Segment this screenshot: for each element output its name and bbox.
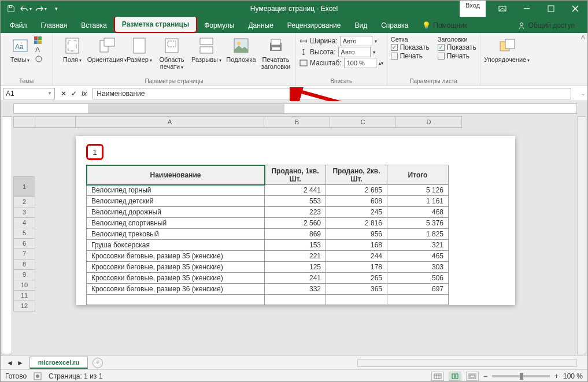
table-cell[interactable]: Велосипед горный bbox=[87, 185, 265, 196]
theme-fonts-button[interactable]: A bbox=[34, 46, 45, 54]
table-header-name[interactable]: Наименование bbox=[87, 165, 265, 185]
table-cell[interactable]: Кроссовки беговые, размер 36 (женские) bbox=[87, 284, 265, 295]
share-button[interactable]: Общий доступ bbox=[511, 18, 582, 33]
printtitles-button[interactable]: Печатать заголовки bbox=[260, 35, 292, 71]
table-cell[interactable] bbox=[387, 295, 449, 305]
qat-customize[interactable]: ▾ bbox=[49, 2, 63, 16]
table-cell[interactable]: 125 bbox=[265, 262, 326, 273]
table-cell[interactable]: 168 bbox=[326, 240, 387, 251]
row-header[interactable]: 1 bbox=[13, 176, 35, 197]
table-cell[interactable]: Велосипед детский bbox=[87, 196, 265, 207]
table-cell[interactable]: 2 816 bbox=[326, 218, 387, 229]
tab-data[interactable]: Данные bbox=[241, 18, 280, 33]
themes-button[interactable]: Aa Темы bbox=[9, 35, 32, 65]
table-cell[interactable]: 1 825 bbox=[387, 229, 449, 240]
scale-width-input[interactable] bbox=[340, 36, 372, 46]
tab-home[interactable]: Главная bbox=[34, 18, 75, 33]
col-header-A[interactable]: A bbox=[76, 116, 264, 128]
sheet-tab[interactable]: microexcel.ru bbox=[29, 357, 88, 369]
printarea-button[interactable]: Область печати bbox=[156, 35, 188, 72]
add-sheet-button[interactable]: + bbox=[93, 358, 103, 368]
view-pagelayout-icon[interactable] bbox=[449, 372, 461, 381]
zoom-slider[interactable] bbox=[492, 375, 550, 377]
gridlines-show-checkbox[interactable]: ✓ bbox=[391, 44, 398, 51]
table-cell[interactable]: Велосипед спортивный bbox=[87, 218, 265, 229]
close-button[interactable] bbox=[563, 1, 587, 17]
table-cell[interactable]: 2 685 bbox=[326, 185, 387, 196]
table-cell[interactable]: 2 560 bbox=[265, 218, 326, 229]
table-cell[interactable]: 608 bbox=[326, 196, 387, 207]
select-all-corner[interactable] bbox=[13, 116, 35, 128]
table-cell[interactable]: 1 161 bbox=[387, 196, 449, 207]
table-cell[interactable]: 244 bbox=[326, 251, 387, 262]
table-cell[interactable]: 303 bbox=[387, 262, 449, 273]
table-cell[interactable]: Кроссовки беговые, размер 35 (женские) bbox=[87, 273, 265, 284]
formula-bar[interactable]: Наименование bbox=[93, 88, 571, 99]
sheet-nav-prev[interactable]: ◄ bbox=[6, 359, 13, 367]
headings-show-checkbox[interactable]: ✓ bbox=[438, 44, 445, 51]
theme-effects-button[interactable] bbox=[34, 55, 45, 63]
row-header[interactable]: 4 bbox=[13, 218, 35, 228]
col-header-B[interactable]: B bbox=[264, 116, 330, 128]
table-cell[interactable]: Кроссовки беговые, размер 35 (женские) bbox=[87, 262, 265, 273]
margins-button[interactable]: Поля bbox=[56, 35, 88, 65]
row-header[interactable]: 9 bbox=[13, 270, 35, 280]
table-cell[interactable]: 5 376 bbox=[387, 218, 449, 229]
scale-percent-input[interactable] bbox=[344, 58, 376, 68]
tab-help[interactable]: Справка bbox=[374, 18, 415, 33]
table-cell[interactable]: 178 bbox=[326, 262, 387, 273]
tab-formulas[interactable]: Формулы bbox=[197, 18, 241, 33]
table-cell[interactable]: 321 bbox=[387, 240, 449, 251]
breaks-button[interactable]: Разрывы bbox=[190, 35, 223, 65]
table-cell[interactable]: 697 bbox=[387, 284, 449, 295]
enter-formula-icon[interactable]: ✓ bbox=[71, 90, 77, 98]
save-button[interactable] bbox=[4, 2, 18, 16]
zoom-value[interactable]: 100 % bbox=[563, 372, 583, 380]
table-cell[interactable]: Велосипед трековый bbox=[87, 229, 265, 240]
redo-button[interactable] bbox=[34, 2, 48, 16]
undo-button[interactable] bbox=[19, 2, 33, 16]
tab-pagelayout[interactable]: Разметка страницы bbox=[114, 16, 197, 33]
gridlines-print-checkbox[interactable] bbox=[391, 53, 398, 60]
tab-insert[interactable]: Вставка bbox=[74, 18, 114, 33]
table-cell[interactable]: 241 bbox=[265, 273, 326, 284]
zoom-in-button[interactable]: + bbox=[554, 372, 559, 380]
table-cell[interactable]: 468 bbox=[387, 207, 449, 218]
table-cell[interactable]: 2 441 bbox=[265, 185, 326, 196]
row-header[interactable]: 8 bbox=[13, 259, 35, 270]
table-cell[interactable]: 245 bbox=[326, 207, 387, 218]
scale-height-input[interactable] bbox=[338, 47, 371, 57]
row-header[interactable]: 5 bbox=[13, 228, 35, 239]
row-header[interactable]: 3 bbox=[13, 207, 35, 218]
name-box[interactable]: A1▼ bbox=[3, 88, 55, 99]
expand-formula-icon[interactable]: ⌄ bbox=[579, 91, 587, 97]
minimize-button[interactable] bbox=[515, 1, 539, 17]
table-cell[interactable]: 465 bbox=[387, 251, 449, 262]
col-header-D[interactable]: D bbox=[396, 116, 462, 128]
collapse-ribbon-icon[interactable]: ᐱ bbox=[581, 34, 585, 40]
table-header-q1[interactable]: Продано, 1кв. Шт. bbox=[265, 165, 326, 185]
table-cell[interactable]: 223 bbox=[265, 207, 326, 218]
table-cell[interactable]: 265 bbox=[326, 273, 387, 284]
row-header[interactable]: 11 bbox=[13, 291, 35, 301]
tab-file[interactable]: Файл bbox=[3, 18, 34, 33]
tab-view[interactable]: Вид bbox=[347, 18, 374, 33]
col-header-C[interactable]: C bbox=[330, 116, 396, 128]
row-header[interactable]: 10 bbox=[13, 280, 35, 291]
view-normal-icon[interactable] bbox=[431, 372, 444, 381]
zoom-out-button[interactable]: − bbox=[483, 372, 487, 380]
row-header[interactable]: 2 bbox=[13, 197, 35, 207]
table-header-q2[interactable]: Продано, 2кв. Шт. bbox=[326, 165, 387, 185]
table-cell[interactable]: Кроссовки беговые, размер 35 (женские) bbox=[87, 251, 265, 262]
horizontal-scrollbar[interactable] bbox=[357, 359, 577, 367]
table-header-total[interactable]: Итого bbox=[387, 165, 449, 185]
view-pagebreak-icon[interactable] bbox=[466, 372, 479, 381]
table-cell[interactable]: 506 bbox=[387, 273, 449, 284]
table-cell[interactable]: 221 bbox=[265, 251, 326, 262]
macro-record-icon[interactable] bbox=[34, 372, 42, 380]
table-cell[interactable]: Велосипед дорожный bbox=[87, 207, 265, 218]
table-cell[interactable] bbox=[326, 295, 387, 305]
tab-tellme[interactable]: 💡Помощник bbox=[415, 18, 474, 33]
sheet-nav-next[interactable]: ► bbox=[17, 359, 24, 367]
table-cell[interactable]: 5 126 bbox=[387, 185, 449, 196]
